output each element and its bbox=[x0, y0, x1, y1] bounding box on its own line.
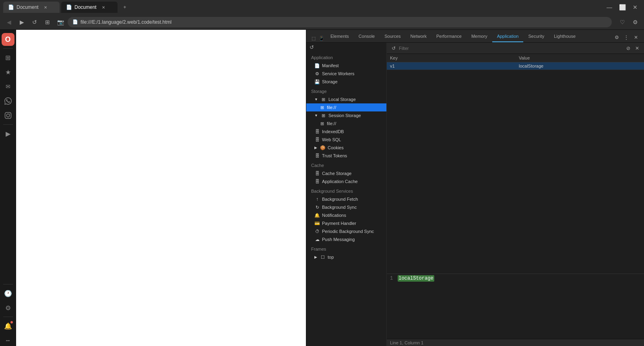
titlebar: 📄 Document ✕ 📄 Document ✕ + — ⬜ ✕ bbox=[0, 0, 644, 14]
devtools-settings-icon[interactable]: ⚙ bbox=[612, 33, 621, 42]
new-tab-button[interactable]: + bbox=[119, 2, 130, 13]
speed-dial-icon[interactable]: ⊞ bbox=[2, 51, 14, 64]
editor-code[interactable]: localStorage bbox=[398, 276, 641, 337]
whatsapp-icon[interactable] bbox=[2, 95, 14, 107]
reload-button[interactable]: ↺ bbox=[29, 16, 40, 28]
section-title-frames: Frames bbox=[306, 243, 386, 253]
tab-1[interactable]: 📄 Document ✕ bbox=[3, 2, 60, 13]
forward-button[interactable]: ▶ bbox=[16, 16, 27, 28]
messenger-icon[interactable]: ✉ bbox=[2, 80, 14, 93]
local-storage-icon: ⊞ bbox=[321, 97, 326, 102]
extension-button[interactable]: ⚙ bbox=[630, 16, 641, 28]
sidebar-item-trust-tokens[interactable]: 🗄 Trust Tokens bbox=[306, 152, 386, 160]
sidebar-item-indexeddb[interactable]: 🗄 IndexedDB bbox=[306, 128, 386, 136]
screenshot-button[interactable]: 📷 bbox=[55, 16, 66, 28]
tab-performance[interactable]: Performance bbox=[431, 31, 466, 42]
opera-sidebar: O ⊞ ★ ✉ ▶ 🕐 ⚙ 🔔 ••• bbox=[0, 30, 16, 346]
sidebar-item-local-storage-file[interactable]: ⊞ file:// bbox=[306, 103, 386, 111]
sidebar-item-session-storage[interactable]: ▼ ⊞ Session Storage bbox=[306, 111, 386, 119]
tab-security[interactable]: Security bbox=[523, 31, 549, 42]
section-title-application: Application bbox=[306, 52, 386, 62]
tab-1-close[interactable]: ✕ bbox=[43, 4, 48, 10]
editor-highlighted-code: localStorage bbox=[398, 275, 434, 282]
sidebar-item-cache-storage[interactable]: 🗄 Cache Storage bbox=[306, 169, 386, 177]
main-area: O ⊞ ★ ✉ ▶ 🕐 ⚙ 🔔 ••• ⬚ 📱 Elements Console… bbox=[0, 30, 644, 346]
sidebar-item-background-fetch[interactable]: ↑ Background Fetch bbox=[306, 195, 386, 203]
sidebar-item-web-sql[interactable]: 🗄 Web SQL bbox=[306, 136, 386, 144]
devtools-tabs: ⬚ 📱 Elements Console Sources Network Per… bbox=[306, 30, 644, 43]
background-fetch-icon: ↑ bbox=[314, 196, 320, 202]
sidebar-item-cookies[interactable]: ▶ 🍪 Cookies bbox=[306, 144, 386, 152]
more-icon[interactable]: ••• bbox=[6, 339, 10, 343]
close-button[interactable]: ✕ bbox=[630, 2, 641, 13]
table-cell-value: localStorage bbox=[516, 62, 644, 70]
app-sidebar: ↺ Application 📄 Manifest ⚙ Service Worke… bbox=[306, 43, 387, 346]
table-cell-key: v1 bbox=[387, 62, 516, 70]
filter-clear-icon[interactable]: ⊘ bbox=[625, 45, 632, 52]
session-storage-arrow: ▼ bbox=[314, 113, 318, 117]
tab-network[interactable]: Network bbox=[406, 31, 431, 42]
bookmark-button[interactable]: ♡ bbox=[617, 16, 628, 28]
sidebar-item-background-sync[interactable]: ↻ Background Sync bbox=[306, 203, 386, 211]
sidebar-item-manifest[interactable]: 📄 Manifest bbox=[306, 62, 386, 70]
back-button[interactable]: ◀ bbox=[3, 16, 14, 28]
sidebar-item-session-storage-file[interactable]: ⊞ file:// bbox=[306, 119, 386, 128]
indexeddb-icon: 🗄 bbox=[314, 129, 320, 134]
filter-refresh-icon[interactable]: ↺ bbox=[390, 45, 397, 52]
tab-sources[interactable]: Sources bbox=[380, 31, 405, 42]
address-bar[interactable]: 📄 file:///E:/1.language/2.web/1.code/tes… bbox=[68, 17, 612, 27]
table-row[interactable]: v1 localStorage bbox=[387, 62, 644, 70]
bookmarks-icon[interactable]: ★ bbox=[2, 66, 14, 78]
address-lock-icon: 📄 bbox=[72, 19, 78, 25]
devtools-dock-icon[interactable]: ⬚ bbox=[310, 34, 318, 42]
storage-overview-icon: 💾 bbox=[314, 79, 320, 84]
maximize-button[interactable]: ⬜ bbox=[617, 2, 628, 13]
player-icon[interactable]: ▶ bbox=[2, 127, 14, 140]
filter-close-icon[interactable]: ✕ bbox=[634, 45, 641, 52]
tab-application[interactable]: Application bbox=[492, 31, 524, 42]
devtools-body: ↺ Application 📄 Manifest ⚙ Service Worke… bbox=[306, 43, 644, 346]
home-button[interactable]: ⊞ bbox=[42, 16, 53, 28]
editor-status-text: Line 1, Column 1 bbox=[390, 340, 423, 345]
sidebar-item-frames-top[interactable]: ▶ ☐ top bbox=[306, 253, 386, 261]
filter-input[interactable] bbox=[399, 46, 623, 51]
tab-elements[interactable]: Elements bbox=[326, 31, 354, 42]
sidebar-item-push-messaging[interactable]: ☁ Push Messaging bbox=[306, 235, 386, 243]
history-icon[interactable]: 🕐 bbox=[2, 287, 14, 300]
sidebar-item-periodic-bg-sync[interactable]: ⏱ Periodic Background Sync bbox=[306, 227, 386, 235]
toolbar-right: ♡ ⚙ bbox=[617, 16, 641, 28]
sidebar-item-application-cache[interactable]: 🗄 Application Cache bbox=[306, 177, 386, 185]
session-storage-file-icon: ⊞ bbox=[319, 121, 325, 126]
local-storage-file-icon: ⊞ bbox=[319, 105, 325, 110]
svg-rect-0 bbox=[5, 113, 11, 119]
devtools-main-panel: ↺ ⊘ ✕ Key Value bbox=[387, 43, 644, 346]
settings-icon[interactable]: ⚙ bbox=[2, 301, 14, 314]
tab-2-close[interactable]: ✕ bbox=[101, 4, 106, 10]
sidebar-item-notifications[interactable]: 🔔 Notifications bbox=[306, 211, 386, 219]
cache-storage-icon: 🗄 bbox=[314, 171, 320, 176]
tab-lighthouse[interactable]: Lighthouse bbox=[549, 31, 580, 42]
tab-2[interactable]: 📄 Document ✕ bbox=[61, 2, 118, 13]
trust-tokens-icon: 🗄 bbox=[314, 153, 320, 159]
section-title-background-services: Background Services bbox=[306, 185, 386, 195]
devtools-close-icon[interactable]: ✕ bbox=[631, 33, 641, 42]
devtools-panel: ⬚ 📱 Elements Console Sources Network Per… bbox=[306, 30, 644, 346]
notifications-icon[interactable]: 🔔 bbox=[2, 319, 14, 332]
sidebar-refresh-button[interactable]: ↺ bbox=[306, 43, 386, 52]
tab-console[interactable]: Console bbox=[354, 31, 380, 42]
tab-memory[interactable]: Memory bbox=[466, 31, 492, 42]
filter-bar: ↺ ⊘ ✕ bbox=[387, 43, 644, 54]
minimize-button[interactable]: — bbox=[604, 2, 615, 13]
web-sql-icon: 🗄 bbox=[314, 137, 320, 142]
editor-area: 1 localStorage Line 1, Column 1 bbox=[387, 274, 644, 346]
instagram-icon[interactable] bbox=[2, 109, 14, 122]
sidebar-item-service-workers[interactable]: ⚙ Service Workers bbox=[306, 70, 386, 78]
sidebar-item-local-storage[interactable]: ▼ ⊞ Local Storage bbox=[306, 95, 386, 103]
sidebar-item-storage-overview[interactable]: 💾 Storage bbox=[306, 78, 386, 86]
sidebar-item-payment-handler[interactable]: 💳 Payment Handler bbox=[306, 219, 386, 227]
devtools-more-icon[interactable]: ⋮ bbox=[621, 33, 631, 42]
devtools-device-icon[interactable]: 📱 bbox=[318, 34, 326, 42]
notifications-sidebar-icon: 🔔 bbox=[314, 212, 320, 218]
opera-logo-icon[interactable]: O bbox=[2, 33, 14, 46]
data-table: Key Value v1 localStorage bbox=[387, 54, 644, 70]
